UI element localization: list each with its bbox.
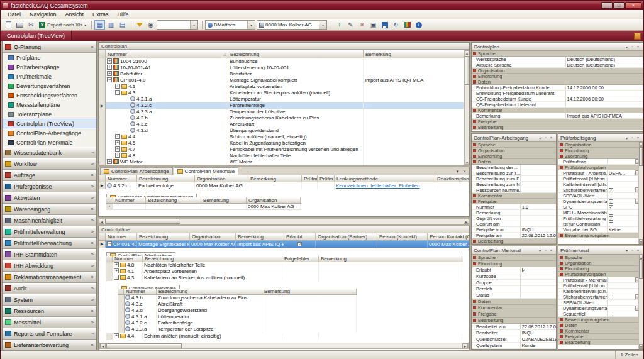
section-kommentar[interactable]: Kommentar bbox=[472, 108, 643, 113]
property-value[interactable]: U2ABA0E2EB1E4BC bbox=[521, 336, 556, 342]
section-sprache[interactable]: Sprache bbox=[472, 51, 643, 57]
property-value[interactable] bbox=[608, 193, 643, 198]
sidebar-group-wareneingang[interactable]: Wareneingang» bbox=[3, 204, 96, 215]
property-value[interactable] bbox=[608, 300, 643, 305]
minimize-button[interactable]: — bbox=[601, 2, 613, 9]
section-bearbeitung[interactable]: Bearbeitung bbox=[558, 340, 643, 345]
sidebar-item-bewertungsverfahren[interactable]: Bewertungsverfahren bbox=[3, 81, 96, 91]
tree-row-cp-001-4-0[interactable]: −CP 001-4.0Montage Signalkabel komplettI… bbox=[99, 77, 464, 84]
property-value[interactable]: 14.12.2006 00:00 bbox=[566, 85, 643, 90]
scroll-down-icon[interactable]: ▼ bbox=[639, 344, 643, 349]
section-daten[interactable]: Daten bbox=[472, 299, 556, 305]
checkbox[interactable] bbox=[609, 222, 613, 226]
property-value[interactable] bbox=[521, 292, 556, 298]
section-daten[interactable]: Daten bbox=[472, 79, 643, 85]
column-header-nummer[interactable]: Nummer bbox=[113, 197, 146, 203]
merkmal-row-4-3-c[interactable]: 4.3.cAbreißkraft bbox=[118, 301, 357, 307]
arbeitsgaenge-tail-row[interactable]: +4.4Schirm anlöten (manuell; einseitig) bbox=[106, 333, 463, 340]
sidebar-item-toleranzpläne[interactable]: Toleranzpläne bbox=[3, 109, 96, 119]
arbeitsgang-row-4-3[interactable]: −4.3Kabeladern an Steckerpins anlöten (m… bbox=[106, 275, 463, 281]
tree-row-4-1[interactable]: +4.1Arbeitsplatz vorbereiten bbox=[99, 84, 464, 90]
scroll-thumb[interactable] bbox=[106, 343, 182, 348]
panel-close-icon[interactable]: × bbox=[635, 248, 641, 252]
expander-plus[interactable]: + bbox=[114, 262, 119, 267]
property-value[interactable] bbox=[608, 210, 643, 215]
column-header-prüfm[interactable]: Prüfm... bbox=[302, 175, 318, 182]
property-value[interactable]: 1.0 bbox=[521, 204, 556, 209]
spezifikationen-row[interactable]: *0000 Max Kolber AG bbox=[106, 204, 301, 210]
expander-minus[interactable]: − bbox=[107, 77, 112, 82]
refresh-button[interactable]: ↻ bbox=[391, 20, 401, 30]
scroll-up-icon[interactable]: ▲ bbox=[639, 255, 643, 260]
property-value[interactable] bbox=[521, 216, 556, 221]
section-sprache[interactable]: Sprache bbox=[472, 255, 556, 261]
sidebar-group-system[interactable]: System» bbox=[3, 294, 96, 306]
property-value[interactable]: 14.12.2006 00:00 bbox=[566, 96, 643, 101]
sidebar-group-header-q-planung[interactable]: Q-Planung» bbox=[3, 41, 96, 53]
panel-close-icon[interactable]: × bbox=[461, 168, 468, 175]
column-header-bezeichnung[interactable]: Bezeichnung bbox=[157, 289, 262, 294]
section-bearbeitung[interactable]: Bearbeitung bbox=[472, 238, 556, 244]
property-value[interactable] bbox=[521, 187, 556, 192]
checkbox-checked[interactable]: ✓ bbox=[609, 205, 613, 209]
column-header-bezeichnung[interactable]: Bezeichnung bbox=[146, 197, 201, 203]
save-button[interactable] bbox=[379, 20, 390, 30]
tree-row-we-motor[interactable]: +WE MotorWE Motor bbox=[99, 159, 464, 165]
column-header-organisation[interactable]: Organisation bbox=[247, 197, 301, 203]
property-value[interactable]: 22.08.2012 12:07 bbox=[521, 324, 556, 329]
tree-row-4-3[interactable]: −4.3Kabeladern an Steckerpins anlöten (m… bbox=[99, 90, 464, 96]
property-value[interactable] bbox=[608, 289, 643, 294]
panel-menu-icon[interactable]: ▾ bbox=[537, 136, 543, 140]
property-value[interactable] bbox=[521, 280, 556, 285]
checkbox-checked[interactable]: ✓ bbox=[609, 199, 613, 204]
scroll-thumb[interactable] bbox=[639, 147, 643, 166]
sidebar-group-prüfmittelverwaltung[interactable]: Prüfmittelverwaltung» bbox=[3, 226, 96, 238]
column-header-folgefehler[interactable]: Folgefehler bbox=[282, 256, 319, 262]
property-value[interactable] bbox=[608, 283, 643, 288]
merkmal-row-4-3-1-a[interactable]: 4.3.1.aLöttemperatur bbox=[118, 314, 357, 320]
scroll-right-icon[interactable]: ► bbox=[464, 219, 469, 224]
checkbox-checked[interactable]: ✓ bbox=[609, 188, 613, 192]
checkbox-checked[interactable]: ✓ bbox=[522, 268, 526, 272]
column-header-bemerkung[interactable]: Bemerkung bbox=[364, 50, 464, 58]
column-header-organisation[interactable]: Organisation bbox=[195, 175, 248, 182]
expander-plus[interactable]: + bbox=[115, 140, 120, 145]
tab-controlplan-treeview[interactable]: Controlplan (TreeView) bbox=[1, 31, 72, 41]
menu-item-extras[interactable]: Extras bbox=[88, 11, 113, 18]
expander-minus[interactable]: − bbox=[114, 275, 119, 280]
tree-row-4-3-c[interactable]: 4.3.cAbreißkraft bbox=[99, 121, 464, 128]
panel-toggle-icon[interactable] bbox=[634, 33, 641, 40]
checkbox[interactable] bbox=[609, 295, 613, 299]
section-freigabe[interactable]: Freigabe bbox=[472, 199, 556, 204]
vertical-scrollbar[interactable]: ▲ ▼ bbox=[464, 50, 469, 165]
scroll-thumb[interactable] bbox=[639, 260, 643, 279]
sidebar-item-prüfmerkmale[interactable]: Prüfmerkmale bbox=[3, 72, 96, 81]
sidebar-group-prüfmittelüberwachung[interactable]: Prüfmittelüberwachung» bbox=[3, 238, 96, 249]
export-xls-button[interactable]: X Export nach Xls ▾ bbox=[37, 20, 88, 30]
checkbox[interactable] bbox=[609, 211, 613, 215]
tab-controlplan-arbeitsgänge[interactable]: ControlPlan-Arbeitsgänge bbox=[100, 167, 173, 175]
print-button[interactable] bbox=[14, 20, 25, 30]
tree-row-1004-21000[interactable]: +1004-21000Bundbuchse bbox=[99, 58, 464, 65]
tree-row-bohrfutter[interactable]: +BohrfutterBohrfutter bbox=[99, 71, 464, 77]
expander-plus[interactable]: + bbox=[107, 159, 112, 164]
filter-combo[interactable]: ▾ bbox=[157, 20, 198, 30]
property-value[interactable]: DEFA...… bbox=[608, 170, 643, 175]
property-value[interactable]: … bbox=[608, 277, 643, 282]
column-header-erlaubt[interactable]: Erlaubt bbox=[284, 233, 316, 240]
property-value[interactable]: … bbox=[608, 294, 643, 299]
view-grid-button[interactable]: ▦ bbox=[94, 20, 105, 30]
column-header-person-kontakt-organisation[interactable]: Person Kontakt (Organisation) bbox=[428, 233, 470, 240]
scroll-up-icon[interactable]: ▲ bbox=[465, 50, 469, 55]
tree-row-4-3-b[interactable]: 4.3.bZuordnungsschema Kabeladern zu Pins bbox=[99, 115, 464, 121]
scroll-left-icon[interactable]: ◄ bbox=[99, 219, 104, 224]
expander-minus[interactable]: − bbox=[107, 241, 112, 246]
tree-row-4-8[interactable]: +4.8Nachlöten fehlerhafter Teile bbox=[99, 153, 464, 159]
panel-pin-icon[interactable]: ▫ bbox=[630, 136, 635, 140]
merkmal-row-4-3-b[interactable]: 4.3.bZuordnungsschema Kabeladern zu Pins bbox=[118, 295, 357, 301]
arbeitsgang-row-4-4[interactable]: +4.4Schirm anlöten (manuell; einseitig) bbox=[106, 333, 463, 340]
property-value[interactable]: Deutsch (Deutschland) bbox=[566, 57, 643, 62]
merkmal-row-4-3-3-a[interactable]: 4.3.3.aTemperatur der Lötspitze bbox=[118, 326, 357, 333]
sidebar-group-ihh-abwicklung[interactable]: IHH Abwicklung» bbox=[3, 260, 96, 272]
new-button[interactable] bbox=[3, 20, 14, 30]
